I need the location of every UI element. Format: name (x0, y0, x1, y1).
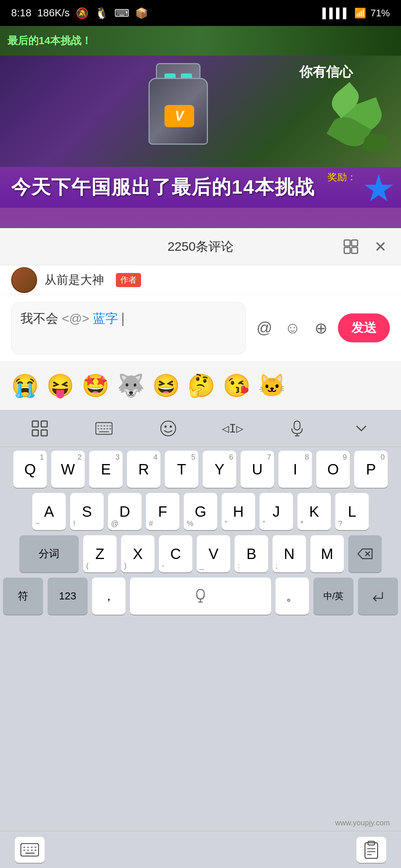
emoji-button[interactable]: ☺ (281, 317, 304, 339)
star-badge (364, 174, 394, 204)
svg-point-22 (170, 425, 172, 428)
key-J[interactable]: "J (260, 493, 293, 530)
key-V[interactable]: _V (197, 535, 230, 572)
keyboard-row-1: 1Q 2W 3E 4R 5T 6Y 7U 8I 9O 0P (3, 451, 398, 488)
robot-figure: V (137, 63, 219, 160)
key-W[interactable]: 2W (51, 451, 85, 488)
key-Q[interactable]: 1Q (13, 451, 47, 488)
key-I[interactable]: 8I (278, 451, 312, 488)
time-display: 8:18 (11, 7, 32, 19)
key-U[interactable]: 7U (241, 451, 274, 488)
kb-tool-collapse[interactable] (346, 415, 376, 441)
wifi-icon: 📶 (354, 7, 366, 19)
key-space[interactable] (130, 578, 271, 615)
app-icon-2: 📦 (135, 7, 148, 19)
robot-chest: V (164, 105, 194, 127)
key-enter[interactable] (358, 578, 398, 615)
emoji-crying[interactable]: 😭 (11, 372, 39, 399)
key-M[interactable]: M (310, 535, 344, 572)
emoji-thinking[interactable]: 🤔 (188, 372, 215, 399)
key-D[interactable]: @D (108, 493, 141, 530)
status-bar: 8:18 186K/s 🔕 🐧 ⌨ 📦 ▌▌▌▌ 📶 71% (0, 0, 401, 26)
game-banner-top: 最后的14本挑战！ (0, 26, 401, 56)
key-X[interactable]: )X (121, 535, 154, 572)
key-F[interactable]: #F (146, 493, 179, 530)
key-Y[interactable]: 6Y (203, 451, 236, 488)
key-123[interactable]: 123 (48, 578, 88, 615)
key-fu[interactable]: 符 (3, 578, 43, 615)
key-period[interactable]: 。 (276, 578, 309, 615)
key-H[interactable]: "H (222, 493, 255, 530)
at-button[interactable]: @ (253, 317, 276, 339)
key-G[interactable]: %G (184, 493, 217, 530)
input-text-blue: 蓝字 (93, 311, 118, 325)
key-fenci[interactable]: 分词 (19, 535, 79, 572)
keyboard: 1Q 2W 3E 4R 5T 6Y 7U 8I 9O 0P ~A !S @D #… (0, 447, 401, 868)
network-speed: 186K/s (38, 7, 70, 19)
kb-tool-mic[interactable] (282, 415, 312, 441)
comments-count: 2250条评论 (167, 238, 234, 255)
banner-bottom: 奖励： 今天下午国服出了最后的14本挑战 (0, 167, 401, 208)
battery-display: 71% (371, 7, 390, 19)
keyboard-row-2: ~A !S @D #F %G "H "J *K ?L (3, 493, 398, 530)
emoji-kissing[interactable]: 😘 (223, 372, 251, 399)
key-comma[interactable]: ， (92, 578, 125, 615)
signal-icon: ▌▌▌▌ (322, 7, 350, 19)
game-image-area: V 你有信心 (0, 56, 401, 167)
text-input-box[interactable]: 我不会 <@> 蓝字 (11, 302, 246, 354)
keyboard-row-4: 符 123 ， 。 中/英 (3, 578, 398, 615)
emoji-wolf[interactable]: 🐺 (117, 372, 145, 399)
key-K[interactable]: *K (297, 493, 331, 530)
send-button[interactable]: 发送 (338, 313, 390, 342)
key-S[interactable]: !S (70, 493, 104, 530)
input-text-normal: 我不会 (20, 311, 58, 325)
kb-tool-cursor[interactable]: ◁I▷ (218, 415, 248, 441)
key-delete[interactable] (348, 535, 382, 572)
kb-tool-emoji[interactable] (153, 415, 183, 441)
keyboard-toolbar: ◁I▷ (0, 410, 401, 447)
key-T[interactable]: 5T (165, 451, 198, 488)
user-comment-row: 从前是大神 作者 (0, 265, 401, 295)
emoji-cat[interactable]: 🐱 (258, 372, 286, 399)
expand-icon[interactable] (342, 237, 360, 256)
key-A[interactable]: ~A (32, 493, 66, 530)
key-L[interactable]: ?L (335, 493, 369, 530)
send-label: 发送 (351, 320, 376, 335)
bottom-keyboard-icon[interactable] (15, 837, 45, 863)
svg-rect-3 (352, 247, 358, 253)
key-lang[interactable]: 中/英 (313, 578, 353, 615)
bottom-clipboard-icon[interactable] (356, 837, 386, 863)
add-button[interactable]: ⊕ (310, 317, 332, 339)
plus-icon: ⊕ (314, 319, 327, 337)
key-P[interactable]: 0P (354, 451, 388, 488)
status-right: ▌▌▌▌ 📶 71% (322, 7, 390, 19)
cursor-icon: ◁I▷ (222, 421, 244, 435)
svg-rect-23 (294, 421, 300, 430)
close-icon[interactable]: ✕ (371, 237, 390, 256)
key-B[interactable]: :B (235, 535, 268, 572)
avatar (11, 267, 37, 293)
mute-icon: 🔕 (76, 7, 89, 19)
kb-tool-grid[interactable] (25, 415, 55, 441)
key-C[interactable]: -C (159, 535, 192, 572)
reward-label: 奖励： (327, 171, 356, 184)
conf-text: 你有信心 (299, 63, 353, 81)
key-O[interactable]: 9O (316, 451, 350, 488)
plant-area (316, 74, 390, 167)
emoji-grinning-sweat[interactable]: 😆 (152, 372, 180, 399)
svg-rect-6 (32, 430, 38, 436)
emoji-tongue[interactable]: 😝 (46, 372, 74, 399)
key-E[interactable]: 3E (89, 451, 123, 488)
text-cursor (123, 313, 123, 326)
svg-point-20 (161, 421, 176, 436)
input-text-tag: <@> (62, 311, 89, 325)
key-N[interactable]: ;N (273, 535, 306, 572)
key-R[interactable]: 4R (127, 451, 160, 488)
game-banner: 最后的14本挑战！ V 你有信心 奖励： 今天下午国服出了最后的14本挑战 (0, 26, 401, 230)
key-Z[interactable]: (Z (83, 535, 117, 572)
emoji-starstruck[interactable]: 🤩 (82, 372, 110, 399)
input-actions: @ ☺ ⊕ 发送 (253, 302, 390, 342)
robot-body: V (149, 78, 208, 145)
banner-top-label: 最后的14本挑战！ (7, 34, 92, 48)
kb-tool-keyboard[interactable] (89, 415, 119, 441)
